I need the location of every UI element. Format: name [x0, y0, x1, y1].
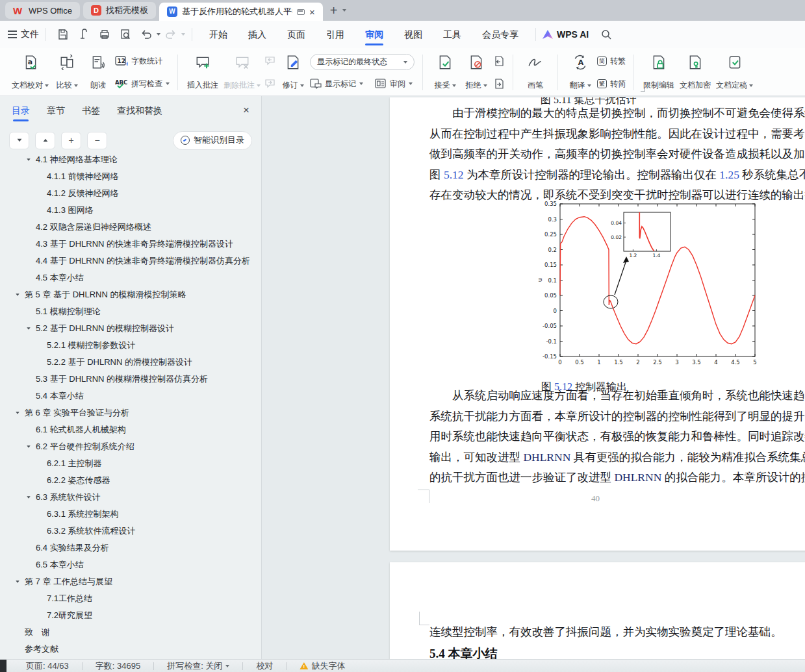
previous-revision-button[interactable] — [493, 54, 505, 68]
previous-comment-button[interactable] — [264, 54, 276, 68]
to-traditional-button[interactable]: 简 转繁 — [597, 54, 626, 68]
caret-down-icon[interactable] — [16, 412, 25, 414]
tab-chapters[interactable]: 章节 — [47, 96, 65, 125]
caret-down-icon[interactable] — [27, 327, 36, 330]
compare-button[interactable]: 比较 — [51, 52, 83, 93]
caret-down-icon[interactable] — [27, 445, 36, 448]
undo-button[interactable] — [138, 27, 155, 42]
delete-comment-button[interactable]: 删除批注 — [221, 52, 263, 93]
restrict-edit-button[interactable]: 限制编辑 — [641, 52, 677, 93]
toc-item[interactable]: 致 谢 — [0, 624, 261, 641]
word-count-button[interactable]: 12+ 字数统计 — [115, 54, 170, 68]
to-simplified-button[interactable]: 繁 转简 — [597, 77, 626, 91]
tab-active-document[interactable]: W 基于反作用轮的轮式机器人平衡 × — [159, 3, 323, 21]
translate-button[interactable]: A 翻译 — [565, 52, 596, 93]
export-pdf-button[interactable] — [75, 27, 92, 42]
toc-item[interactable]: 6.1 轮式机器人机械架构 — [0, 421, 261, 438]
toc-item[interactable]: 6.2.1 主控制器 — [0, 455, 261, 472]
toc-item[interactable]: 4.3 基于 DHLRNN 的快速非奇异终端滑模控制器设计 — [0, 236, 261, 253]
toc-item[interactable]: 6.4 实验结果及分析 — [0, 540, 261, 556]
document-page-45[interactable]: 连续型控制率，有效改善了抖振问题，并为实物实验奠定了理论基础。 5.4 本章小结 — [390, 562, 805, 659]
document-workspace[interactable]: 图 5.11 集总干扰估计 由于滑模控制的最大的特点是切换控制，而切换控制不可避… — [262, 96, 805, 659]
window-preview-icon[interactable] — [297, 9, 305, 15]
close-tab-icon[interactable]: × — [309, 7, 315, 17]
caret-down-icon[interactable] — [16, 580, 25, 583]
toc-item[interactable]: 第 7 章 工作总结与展望 — [0, 573, 261, 590]
toc-item[interactable]: 5.2.1 模糊控制参数设计 — [0, 337, 261, 354]
encrypt-button[interactable]: 文档加密 — [677, 52, 713, 93]
toc-item[interactable]: 第 6 章 实验平台验证与分析 — [0, 404, 261, 421]
toolbar-collapse-chevron-icon[interactable] — [181, 33, 185, 36]
next-comment-button[interactable] — [264, 77, 276, 91]
proofread-button[interactable]: 校对 — [253, 660, 275, 672]
review-pane-button[interactable]: 审阅 — [375, 77, 413, 91]
menu-insert[interactable]: 插入 — [238, 21, 277, 48]
menu-membership[interactable]: 会员专享 — [472, 21, 529, 48]
toc-item[interactable]: 4.2 双隐含层递归神经网络概述 — [0, 219, 261, 236]
missing-font-warning[interactable]: ! 缺失字体 — [297, 660, 348, 672]
caret-down-icon[interactable] — [27, 158, 36, 161]
insert-comment-button[interactable]: 插入批注 — [185, 52, 221, 93]
toc-item[interactable]: 4.4 基于 DHLRNN 的快速非奇异终端滑模控制器仿真分析 — [0, 253, 261, 269]
menu-page[interactable]: 页面 — [277, 21, 316, 48]
show-markup-button[interactable]: 显示标记 — [310, 77, 363, 91]
toc-item[interactable]: 6.3.2 系统软件流程设计 — [0, 523, 261, 540]
menu-view[interactable]: 视图 — [394, 21, 433, 48]
document-page-44[interactable]: 图 5.11 集总干扰估计 由于滑模控制的最大的特点是切换控制，而切换控制不可避… — [390, 97, 805, 551]
menu-home[interactable]: 开始 — [199, 21, 238, 48]
print-preview-button[interactable] — [117, 27, 134, 42]
read-aloud-button[interactable]: 朗读 — [83, 52, 114, 93]
toc-item[interactable]: 4.1.3 图网络 — [0, 202, 261, 219]
toc-item[interactable]: 参考文献 — [0, 641, 261, 658]
doc-proof-button[interactable]: a 文档校对 — [9, 52, 51, 93]
toc-item[interactable]: 5.3 基于 DHLRNN 的模糊滑模控制器仿真分析 — [0, 371, 261, 388]
finalize-button[interactable]: 文档定稿 — [713, 52, 756, 93]
group-expander-icon[interactable] — [641, 87, 645, 92]
toc-item[interactable]: 5.2 基于 DHLRNN 的模糊控制器设计 — [0, 320, 261, 337]
tab-find-replace[interactable]: 查找和替换 — [117, 96, 162, 125]
toc-item[interactable]: 第 5 章 基于 DHLRNN 的模糊滑模控制策略 — [0, 286, 261, 303]
toc-item[interactable]: 5.1 模糊控制理论 — [0, 303, 261, 320]
menu-reference[interactable]: 引用 — [316, 21, 355, 48]
page-indicator[interactable]: 页面: 44/63 — [23, 660, 71, 672]
save-button[interactable] — [55, 27, 71, 42]
brush-button[interactable]: 画笔 — [520, 52, 551, 93]
toc-item[interactable]: 4.1.1 前馈神经网络 — [0, 168, 261, 185]
zoom-in-button[interactable]: + — [61, 132, 81, 149]
expand-all-button[interactable] — [9, 132, 29, 149]
spell-check-button[interactable]: ABC 拼写检查 — [115, 77, 170, 91]
smart-recognize-toc-button[interactable]: 智能识别目录 — [173, 131, 252, 150]
accept-button[interactable]: 接受 — [429, 52, 461, 93]
tab-docer-templates[interactable]: D 找稻壳模板 — [83, 2, 156, 19]
undo-chevron-icon[interactable] — [157, 33, 160, 36]
toc-item[interactable]: 4.1.2 反馈神经网络 — [0, 185, 261, 202]
menu-tools[interactable]: 工具 — [433, 21, 472, 48]
spellcheck-indicator[interactable]: 拼写检查: 关闭 — [164, 660, 232, 672]
print-button[interactable] — [96, 27, 113, 42]
toc-item[interactable]: 6.5 本章小结 — [0, 556, 261, 573]
word-count-indicator[interactable]: 字数: 34695 — [93, 660, 143, 672]
reject-button[interactable]: 拒绝 — [461, 52, 492, 93]
file-menu-button[interactable]: 文件 — [8, 29, 39, 40]
wps-ai-button[interactable]: WPS AI — [543, 29, 589, 40]
toc-item[interactable]: 5.2.2 基于 DHLRNN 的滑模控制器设计 — [0, 354, 261, 371]
toc-item[interactable]: 7.1工作总结 — [0, 590, 261, 607]
tab-wps-office[interactable]: W WPS Office — [5, 2, 80, 19]
tab-contents[interactable]: 目录 — [12, 96, 30, 125]
toc-item[interactable]: 4.5 本章小结 — [0, 269, 261, 286]
search-button[interactable] — [598, 27, 615, 42]
zoom-out-button[interactable]: − — [87, 132, 107, 149]
toc-item[interactable]: 4.1 神经网络基本理论 — [0, 151, 261, 168]
toc-item[interactable]: 6.3 系统软件设计 — [0, 489, 261, 506]
redo-button[interactable] — [162, 27, 179, 42]
toc-item[interactable]: 7.2研究展望 — [0, 607, 261, 624]
close-sidebar-icon[interactable]: × — [243, 104, 249, 117]
caret-down-icon[interactable] — [27, 496, 36, 499]
toc-item[interactable]: 5.4 本章小结 — [0, 388, 261, 404]
collapse-all-button[interactable] — [35, 132, 55, 149]
markup-state-select[interactable]: 显示标记的最终状态 — [310, 54, 415, 70]
track-changes-button[interactable]: 修订 — [277, 52, 309, 93]
toc-item[interactable]: 6.2.2 姿态传感器 — [0, 472, 261, 489]
tab-list-chevron-icon[interactable] — [342, 9, 346, 12]
toc-item[interactable]: 6.3.1 系统控制架构 — [0, 506, 261, 523]
